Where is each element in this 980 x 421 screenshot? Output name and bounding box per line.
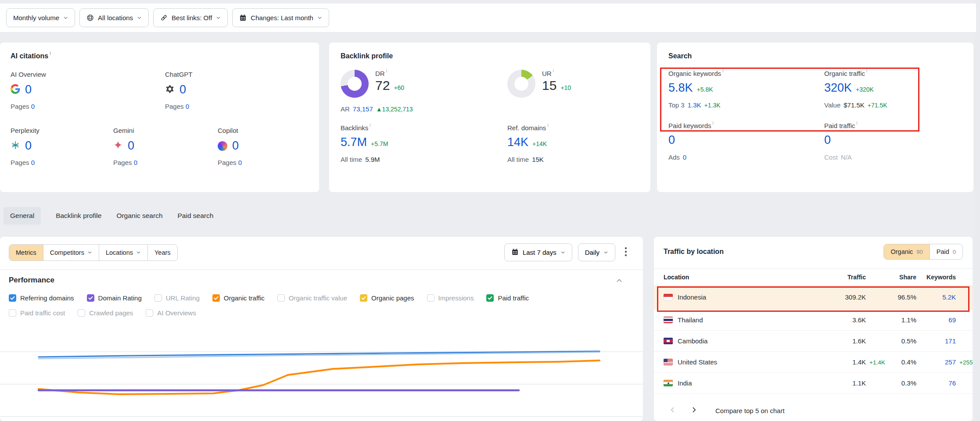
metric-toggle-url-rating[interactable]: URL Rating	[154, 294, 200, 302]
compare-top5-link[interactable]: Compare top 5 on chart	[715, 407, 785, 414]
filter-label: Monthly volume	[13, 14, 59, 21]
pages-count-link[interactable]: 0	[31, 103, 35, 110]
tab-organic-search[interactable]: Organic search	[116, 212, 162, 220]
info-icon[interactable]	[866, 69, 867, 76]
organic-keywords-value-link[interactable]: 5.8K	[668, 81, 693, 95]
pages-count-link[interactable]: 0	[238, 159, 242, 166]
chevron-down-icon	[560, 249, 565, 256]
granularity-button[interactable]: Daily	[578, 243, 615, 261]
metric-toggle-organic-traffic-value[interactable]: Organic traffic value	[277, 294, 347, 302]
united-states-flag-icon	[664, 359, 673, 365]
segment-locations[interactable]: Locations	[99, 245, 147, 260]
tab-general[interactable]: General	[4, 207, 41, 225]
metric-toggle-paid-traffic-cost[interactable]: Paid traffic cost	[9, 309, 65, 317]
more-options-button[interactable]	[625, 247, 627, 258]
paid-keywords-value-link[interactable]: 0	[668, 133, 675, 147]
paid-traffic-value-link[interactable]: 0	[824, 133, 831, 147]
chevron-down-icon	[136, 249, 141, 256]
pages-count-link[interactable]: 0	[186, 103, 189, 110]
info-icon[interactable]	[547, 123, 548, 131]
metric-toggle-domain-rating[interactable]: Domain Rating	[87, 294, 142, 302]
collapse-section-button[interactable]	[616, 277, 623, 285]
date-range-button[interactable]: Last 7 days	[504, 243, 572, 261]
info-icon[interactable]	[713, 121, 714, 128]
metric-toggle-referring-domains[interactable]: Referring domains	[9, 294, 74, 302]
filter-button-all-locations[interactable]: All locations	[79, 8, 149, 27]
scrollbar-gutter[interactable]	[974, 0, 980, 421]
backlinks-value-link[interactable]: 5.7M	[341, 136, 367, 149]
info-icon[interactable]	[553, 69, 554, 76]
keywords-count-link[interactable]: 5.2K	[942, 293, 956, 301]
perplexity-icon	[11, 140, 20, 151]
metric-toggle-impressions[interactable]: Impressions	[427, 294, 474, 302]
tab-backlink-profile[interactable]: Backlink profile	[56, 212, 101, 220]
keywords-count-link[interactable]: 171	[945, 337, 956, 345]
toggle-paid[interactable]: Paid0	[930, 244, 962, 259]
ai-citations-count-link[interactable]: 0	[25, 83, 32, 96]
filter-button-best-links-off[interactable]: Best links: Off	[153, 8, 228, 27]
copilot-icon	[218, 141, 227, 151]
top3-keywords-link[interactable]: 1.3K	[688, 101, 701, 109]
performance-section-title: Performance	[9, 276, 54, 285]
chevron-right-icon	[690, 406, 698, 415]
performance-card: MetricsCompetitorsLocationsYears Last 7 …	[0, 237, 643, 421]
location-row-indonesia[interactable]: Indonesia 309.2K 96.5% 5.2K	[654, 285, 973, 310]
keywords-count-link[interactable]: 69	[948, 316, 956, 324]
chevron-up-icon	[616, 279, 623, 285]
toggle-organic[interactable]: Organic90	[884, 244, 929, 259]
info-icon[interactable]	[857, 121, 858, 128]
keywords-cell: 5.2K	[916, 293, 956, 301]
ai-citations-count-link[interactable]: 0	[179, 83, 186, 96]
segment-metrics[interactable]: Metrics	[9, 245, 43, 260]
chart-line-organic-traffic[interactable]	[39, 360, 599, 394]
info-icon[interactable]	[370, 123, 370, 131]
metric-toggle-organic-traffic[interactable]: Organic traffic	[212, 294, 265, 302]
ai-citations-count-link[interactable]: 0	[128, 139, 134, 153]
filter-button-changes-last-month[interactable]: Changes: Last month	[232, 8, 329, 27]
checkbox	[212, 294, 220, 302]
performance-line-chart[interactable]	[0, 329, 643, 421]
filter-button-monthly-volume[interactable]: Monthly volume	[6, 8, 75, 27]
backlinks-block: Backlinks 5.7M+5.7M All time5.9M	[341, 124, 507, 163]
ai-citations-count-link[interactable]: 0	[232, 139, 239, 153]
info-icon[interactable]	[386, 69, 387, 76]
segment-competitors[interactable]: Competitors	[43, 245, 99, 260]
ai-citations-count-link[interactable]: 0	[25, 139, 32, 153]
keywords-count-link[interactable]: 76	[948, 379, 956, 387]
ahrefs-rank-line: AR 73,157 ▲13,252,713	[341, 105, 650, 113]
metric-toggle-organic-pages[interactable]: Organic pages	[360, 294, 414, 302]
ahrefs-rank-link[interactable]: 73,157	[353, 105, 373, 113]
tab-paid-search[interactable]: Paid search	[178, 212, 214, 220]
info-icon[interactable]	[722, 69, 723, 76]
pages-count-link[interactable]: 0	[31, 159, 35, 166]
location-row-united-states[interactable]: United States 1.4K+1.4K 0.4% 257+255	[654, 352, 973, 373]
location-row-india[interactable]: India 1.1K 0.3% 76	[654, 373, 973, 394]
metric-toggle-paid-traffic[interactable]: Paid traffic	[486, 294, 529, 302]
segment-years[interactable]: Years	[147, 245, 177, 260]
metric-toggle-crawled-pages[interactable]: Crawled pages	[78, 309, 133, 317]
paid-traffic-block: Paid traffic 0 CostN/A	[824, 122, 973, 161]
prev-page-button[interactable]	[667, 404, 678, 417]
keywords-count-link[interactable]: 257	[945, 358, 956, 366]
checkbox	[427, 294, 434, 302]
gemini-icon	[113, 140, 123, 151]
pages-line: Pages 0	[11, 159, 113, 166]
ads-count-link[interactable]: 0	[683, 153, 686, 161]
metric-toggle-ai-overviews[interactable]: AI Overviews	[146, 309, 196, 317]
pages-count-link[interactable]: 0	[134, 159, 137, 166]
col-share: Share	[866, 274, 916, 281]
checkbox	[9, 294, 16, 302]
dr-donut-gauge	[341, 70, 369, 98]
pages-line: Pages 0	[11, 103, 165, 110]
checkbox	[9, 309, 16, 317]
organic-traffic-value-link[interactable]: 320K	[824, 81, 852, 95]
next-page-button[interactable]	[689, 404, 700, 417]
organic-traffic-block: Organic traffic 320K+320K Value$71.5K+71…	[824, 70, 973, 109]
info-icon[interactable]	[50, 51, 51, 56]
traffic-by-location-card: Traffic by location Organic90Paid0 Locat…	[654, 237, 973, 421]
ref-domains-value-link[interactable]: 14K	[507, 136, 528, 149]
checkbox	[486, 294, 494, 302]
location-row-cambodia[interactable]: Cambodia 1.6K 0.5% 171	[654, 331, 973, 352]
kebab-icon	[625, 247, 627, 258]
location-row-thailand[interactable]: Thailand 3.6K 1.1% 69	[654, 310, 973, 331]
